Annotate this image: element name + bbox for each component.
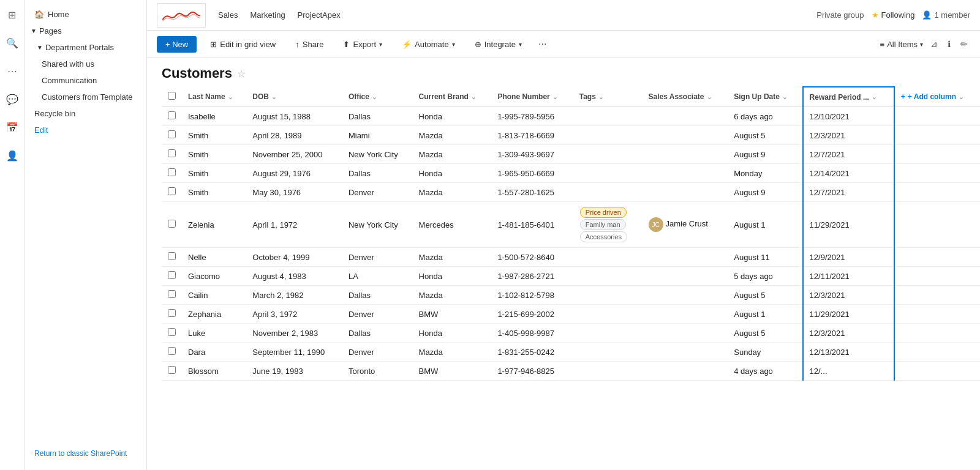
cell-add-column bbox=[894, 126, 980, 145]
export-button[interactable]: ⬆ Export ▾ bbox=[337, 37, 388, 52]
col-signup-date[interactable]: Sign Up Date ⌄ bbox=[728, 87, 802, 107]
cell-add-column bbox=[894, 202, 980, 248]
cell-signup-date: August 5 bbox=[728, 286, 802, 305]
page-title: Customers bbox=[162, 65, 232, 81]
nav-marketing[interactable]: Marketing bbox=[251, 8, 285, 22]
cell-sales-associate bbox=[643, 248, 728, 267]
row-checkbox[interactable] bbox=[168, 309, 176, 317]
logo-area bbox=[157, 3, 206, 28]
col-dob[interactable]: DOB ⌄ bbox=[246, 87, 342, 107]
nav-sales[interactable]: Sales bbox=[218, 8, 238, 22]
select-all-checkbox[interactable] bbox=[168, 92, 176, 100]
apps-icon[interactable]: ⋯ bbox=[4, 62, 21, 80]
col-lastname[interactable]: Last Name ⌄ bbox=[182, 87, 246, 107]
sort-icon: ⌄ bbox=[707, 94, 712, 100]
row-checkbox[interactable] bbox=[168, 366, 176, 374]
search-icon[interactable]: 🔍 bbox=[4, 34, 21, 51]
sidebar-item-shared[interactable]: Shared with us bbox=[24, 56, 146, 72]
col-reward-period[interactable]: Reward Period ... ⌄ bbox=[803, 87, 894, 107]
sidebar-section-department-portals[interactable]: ▼ Department Portals bbox=[24, 39, 146, 56]
cell-add-column bbox=[894, 164, 980, 183]
col-add-column[interactable]: + + Add column ⌄ bbox=[894, 87, 980, 107]
cell-sales-associate bbox=[643, 145, 728, 164]
cell-office: Dallas bbox=[342, 324, 413, 343]
main-content: Sales Marketing ProjectApex Private grou… bbox=[147, 0, 980, 470]
more-button[interactable]: ··· bbox=[535, 35, 549, 53]
new-button[interactable]: + New bbox=[157, 36, 197, 53]
sidebar-item-communication[interactable]: Communication bbox=[24, 72, 146, 89]
row-checkbox[interactable] bbox=[168, 168, 176, 176]
grid-icon: ⊞ bbox=[210, 40, 217, 49]
sidebar-item-customers-template[interactable]: Customers from Template bbox=[24, 89, 146, 105]
cell-tags bbox=[573, 107, 643, 126]
sidebar-edit-link[interactable]: Edit bbox=[24, 122, 146, 138]
chevron-down-icon: ▾ bbox=[920, 41, 923, 48]
all-items-button[interactable]: ≡ All Items ▾ bbox=[880, 40, 923, 49]
edit-icon[interactable]: ✏ bbox=[958, 37, 970, 51]
following-button[interactable]: ★ Following bbox=[872, 10, 915, 20]
integrate-button[interactable]: ⊕ Integrate ▾ bbox=[469, 37, 528, 52]
sidebar-section-pages[interactable]: ▼ Pages bbox=[24, 23, 146, 39]
row-checkbox[interactable] bbox=[168, 290, 176, 298]
sidebar-item-home[interactable]: 🏠 Home bbox=[24, 6, 146, 23]
cell-signup-date: August 11 bbox=[728, 248, 802, 267]
favorite-icon[interactable]: ☆ bbox=[237, 68, 246, 80]
row-checkbox[interactable] bbox=[168, 328, 176, 336]
cell-reward-period: 12/13/2021 bbox=[803, 343, 894, 362]
private-group-label: Private group bbox=[816, 10, 864, 20]
sidebar-item-recycle-bin[interactable]: Recycle bin bbox=[24, 105, 146, 122]
cell-phone: 1-977-946-8825 bbox=[491, 362, 573, 381]
table-row: BlossomJune 19, 1983TorontoBMW1-977-946-… bbox=[162, 362, 980, 381]
filter-icon[interactable]: ⊿ bbox=[928, 37, 940, 51]
row-checkbox[interactable] bbox=[168, 271, 176, 279]
col-tags[interactable]: Tags ⌄ bbox=[573, 87, 643, 107]
row-checkbox[interactable] bbox=[168, 111, 176, 119]
top-bar-nav: Sales Marketing ProjectApex bbox=[218, 8, 341, 22]
sort-icon: ⌄ bbox=[872, 94, 876, 100]
cell-sales-associate bbox=[643, 164, 728, 183]
sidebar-return-classic[interactable]: Return to classic SharePoint bbox=[24, 443, 146, 464]
cell-tags bbox=[573, 324, 643, 343]
automate-button[interactable]: ⚡ Automate ▾ bbox=[396, 37, 461, 52]
edit-grid-view-button[interactable]: ⊞ Edit in grid view bbox=[204, 37, 282, 52]
cell-dob: November 2, 1983 bbox=[246, 324, 342, 343]
cell-dob: April 3, 1972 bbox=[246, 305, 342, 324]
home-icon[interactable]: ⊞ bbox=[4, 6, 21, 23]
top-bar: Sales Marketing ProjectApex Private grou… bbox=[147, 0, 980, 31]
col-brand[interactable]: Current Brand ⌄ bbox=[413, 87, 492, 107]
sort-icon: ⌄ bbox=[372, 94, 377, 100]
row-checkbox[interactable] bbox=[168, 149, 176, 157]
calendar-icon[interactable]: 📅 bbox=[4, 119, 21, 136]
col-sales-associate[interactable]: Sales Associate ⌄ bbox=[643, 87, 728, 107]
cell-office: Dallas bbox=[342, 164, 413, 183]
cell-dob: September 11, 1990 bbox=[246, 343, 342, 362]
table-row: SmithAugust 29, 1976DallasHonda1-965-950… bbox=[162, 164, 980, 183]
cell-lastname: Smith bbox=[182, 145, 246, 164]
nav-projectapex[interactable]: ProjectApex bbox=[298, 8, 341, 22]
table-row: DaraSeptember 11, 1990DenverMazda1-831-2… bbox=[162, 343, 980, 362]
row-checkbox[interactable] bbox=[168, 347, 176, 355]
cell-phone: 1-309-493-9697 bbox=[491, 145, 573, 164]
row-checkbox[interactable] bbox=[168, 187, 176, 195]
row-checkbox[interactable] bbox=[168, 220, 176, 228]
cell-signup-date: Sunday bbox=[728, 343, 802, 362]
select-all-header[interactable] bbox=[162, 87, 182, 107]
people-icon[interactable]: 👤 bbox=[4, 147, 21, 164]
col-office[interactable]: Office ⌄ bbox=[342, 87, 413, 107]
sort-icon: ⌄ bbox=[959, 94, 963, 100]
person-icon: 👤 bbox=[922, 10, 932, 20]
cell-tags bbox=[573, 126, 643, 145]
col-phone[interactable]: Phone Number ⌄ bbox=[491, 87, 573, 107]
row-checkbox[interactable] bbox=[168, 130, 176, 138]
sidebar: 🏠 Home ▼ Pages ▼ Department Portals Shar… bbox=[24, 0, 147, 470]
cell-signup-date: August 5 bbox=[728, 126, 802, 145]
table-row: SmithMay 30, 1976DenverMazda1-557-280-16… bbox=[162, 183, 980, 202]
tag-badge: Price driven bbox=[580, 207, 627, 218]
cell-lastname: Cailin bbox=[182, 286, 246, 305]
cell-tags: Price drivenFamily manAccessories bbox=[573, 202, 643, 248]
row-checkbox[interactable] bbox=[168, 252, 176, 260]
info-icon[interactable]: ℹ bbox=[945, 37, 953, 51]
cell-signup-date: 4 days ago bbox=[728, 362, 802, 381]
chat-icon[interactable]: 💬 bbox=[4, 91, 21, 108]
share-button[interactable]: ↑ Share bbox=[289, 37, 330, 52]
